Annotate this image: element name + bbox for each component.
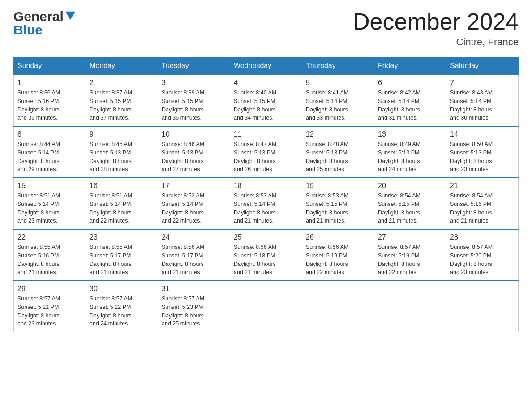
col-header-thursday: Thursday <box>302 57 374 75</box>
day-number: 10 <box>162 130 226 138</box>
calendar-cell <box>446 281 519 332</box>
day-info: Sunrise: 8:47 AMSunset: 5:13 PMDaylight:… <box>234 141 276 172</box>
month-title: December 2024 <box>353 9 519 34</box>
day-info: Sunrise: 8:53 AMSunset: 5:14 PMDaylight:… <box>234 193 276 224</box>
day-number: 20 <box>378 182 442 190</box>
day-info: Sunrise: 8:43 AMSunset: 5:14 PMDaylight:… <box>450 90 493 121</box>
day-info: Sunrise: 8:36 AMSunset: 5:16 PMDaylight:… <box>17 90 60 121</box>
day-info: Sunrise: 8:42 AMSunset: 5:14 PMDaylight:… <box>378 90 420 121</box>
day-number: 11 <box>234 130 298 138</box>
calendar-cell: 17 Sunrise: 8:52 AMSunset: 5:14 PMDaylig… <box>158 178 230 229</box>
day-number: 7 <box>450 79 515 87</box>
calendar-cell: 7 Sunrise: 8:43 AMSunset: 5:14 PMDayligh… <box>446 75 519 126</box>
svg-marker-0 <box>65 12 75 20</box>
day-info: Sunrise: 8:57 AMSunset: 5:20 PMDaylight:… <box>450 244 493 275</box>
calendar-cell <box>230 281 302 332</box>
calendar-cell: 23 Sunrise: 8:55 AMSunset: 5:17 PMDaylig… <box>86 229 158 281</box>
logo-arrow-icon <box>65 11 75 22</box>
calendar-cell: 11 Sunrise: 8:47 AMSunset: 5:13 PMDaylig… <box>230 126 302 178</box>
calendar-cell: 4 Sunrise: 8:40 AMSunset: 5:15 PMDayligh… <box>230 75 302 126</box>
day-number: 12 <box>306 130 370 138</box>
calendar-cell: 3 Sunrise: 8:39 AMSunset: 5:15 PMDayligh… <box>158 75 230 126</box>
calendar-cell: 20 Sunrise: 8:54 AMSunset: 5:15 PMDaylig… <box>374 178 446 229</box>
day-info: Sunrise: 8:54 AMSunset: 5:15 PMDaylight:… <box>378 193 420 224</box>
header-right: December 2024 Cintre, France <box>353 9 519 48</box>
calendar-cell: 22 Sunrise: 8:55 AMSunset: 5:16 PMDaylig… <box>14 229 86 281</box>
day-number: 21 <box>450 182 515 190</box>
day-number: 18 <box>234 182 298 190</box>
calendar-cell: 26 Sunrise: 8:56 AMSunset: 5:19 PMDaylig… <box>302 229 374 281</box>
location: Cintre, France <box>353 36 519 48</box>
day-number: 9 <box>90 130 154 138</box>
day-number: 2 <box>90 79 154 87</box>
calendar-table: SundayMondayTuesdayWednesdayThursdayFrid… <box>13 57 519 332</box>
day-info: Sunrise: 8:51 AMSunset: 5:14 PMDaylight:… <box>90 193 132 224</box>
calendar-cell: 19 Sunrise: 8:53 AMSunset: 5:15 PMDaylig… <box>302 178 374 229</box>
calendar-header-row: SundayMondayTuesdayWednesdayThursdayFrid… <box>14 57 519 75</box>
day-number: 4 <box>234 79 298 87</box>
day-number: 25 <box>234 233 298 241</box>
calendar-cell: 12 Sunrise: 8:48 AMSunset: 5:13 PMDaylig… <box>302 126 374 178</box>
day-info: Sunrise: 8:57 AMSunset: 5:21 PMDaylight:… <box>17 295 60 327</box>
day-number: 24 <box>162 233 226 241</box>
day-number: 6 <box>378 79 442 87</box>
calendar-cell: 6 Sunrise: 8:42 AMSunset: 5:14 PMDayligh… <box>374 75 446 126</box>
calendar-cell: 21 Sunrise: 8:54 AMSunset: 5:16 PMDaylig… <box>446 178 519 229</box>
day-info: Sunrise: 8:55 AMSunset: 5:16 PMDaylight:… <box>17 244 60 275</box>
day-info: Sunrise: 8:54 AMSunset: 5:16 PMDaylight:… <box>450 193 493 224</box>
day-number: 3 <box>162 79 226 87</box>
day-info: Sunrise: 8:49 AMSunset: 5:13 PMDaylight:… <box>378 141 420 172</box>
calendar-week-row: 1 Sunrise: 8:36 AMSunset: 5:16 PMDayligh… <box>14 75 519 126</box>
day-number: 29 <box>17 285 82 293</box>
day-number: 26 <box>306 233 370 241</box>
day-info: Sunrise: 8:45 AMSunset: 5:13 PMDaylight:… <box>90 141 132 172</box>
day-info: Sunrise: 8:39 AMSunset: 5:15 PMDaylight:… <box>162 90 204 121</box>
calendar-cell: 25 Sunrise: 8:56 AMSunset: 5:18 PMDaylig… <box>230 229 302 281</box>
day-info: Sunrise: 8:53 AMSunset: 5:15 PMDaylight:… <box>306 193 348 224</box>
day-info: Sunrise: 8:37 AMSunset: 5:15 PMDaylight:… <box>90 90 132 121</box>
logo: General Blue <box>13 9 75 38</box>
day-number: 15 <box>17 182 82 190</box>
day-info: Sunrise: 8:44 AMSunset: 5:14 PMDaylight:… <box>17 141 60 172</box>
day-number: 31 <box>162 285 226 293</box>
day-number: 1 <box>17 79 82 87</box>
calendar-cell: 24 Sunrise: 8:56 AMSunset: 5:17 PMDaylig… <box>158 229 230 281</box>
calendar-cell: 30 Sunrise: 8:57 AMSunset: 5:22 PMDaylig… <box>86 281 158 332</box>
day-number: 27 <box>378 233 442 241</box>
calendar-cell <box>374 281 446 332</box>
logo-blue-text: Blue <box>13 22 43 38</box>
calendar-cell: 8 Sunrise: 8:44 AMSunset: 5:14 PMDayligh… <box>14 126 86 178</box>
calendar-cell: 13 Sunrise: 8:49 AMSunset: 5:13 PMDaylig… <box>374 126 446 178</box>
calendar-cell: 27 Sunrise: 8:57 AMSunset: 5:19 PMDaylig… <box>374 229 446 281</box>
day-number: 17 <box>162 182 226 190</box>
day-number: 22 <box>17 233 82 241</box>
col-header-tuesday: Tuesday <box>158 57 230 75</box>
col-header-monday: Monday <box>86 57 158 75</box>
day-info: Sunrise: 8:56 AMSunset: 5:18 PMDaylight:… <box>234 244 276 275</box>
day-number: 19 <box>306 182 370 190</box>
logo-general-text: General <box>13 9 64 24</box>
calendar-cell: 16 Sunrise: 8:51 AMSunset: 5:14 PMDaylig… <box>86 178 158 229</box>
calendar-cell: 9 Sunrise: 8:45 AMSunset: 5:13 PMDayligh… <box>86 126 158 178</box>
day-info: Sunrise: 8:57 AMSunset: 5:23 PMDaylight:… <box>162 295 204 327</box>
day-number: 5 <box>306 79 370 87</box>
col-header-saturday: Saturday <box>446 57 519 75</box>
col-header-friday: Friday <box>374 57 446 75</box>
calendar-cell: 1 Sunrise: 8:36 AMSunset: 5:16 PMDayligh… <box>14 75 86 126</box>
calendar-cell: 10 Sunrise: 8:46 AMSunset: 5:13 PMDaylig… <box>158 126 230 178</box>
calendar-cell: 18 Sunrise: 8:53 AMSunset: 5:14 PMDaylig… <box>230 178 302 229</box>
col-header-wednesday: Wednesday <box>230 57 302 75</box>
calendar-cell: 15 Sunrise: 8:51 AMSunset: 5:14 PMDaylig… <box>14 178 86 229</box>
calendar-cell: 5 Sunrise: 8:41 AMSunset: 5:14 PMDayligh… <box>302 75 374 126</box>
day-number: 16 <box>90 182 154 190</box>
day-number: 14 <box>450 130 515 138</box>
day-info: Sunrise: 8:48 AMSunset: 5:13 PMDaylight:… <box>306 141 348 172</box>
calendar-week-row: 29 Sunrise: 8:57 AMSunset: 5:21 PMDaylig… <box>14 281 519 332</box>
day-number: 23 <box>90 233 154 241</box>
day-info: Sunrise: 8:57 AMSunset: 5:22 PMDaylight:… <box>90 295 132 327</box>
day-number: 30 <box>90 285 154 293</box>
day-number: 8 <box>17 130 82 138</box>
calendar-cell: 2 Sunrise: 8:37 AMSunset: 5:15 PMDayligh… <box>86 75 158 126</box>
day-info: Sunrise: 8:51 AMSunset: 5:14 PMDaylight:… <box>17 193 60 224</box>
day-number: 28 <box>450 233 515 241</box>
